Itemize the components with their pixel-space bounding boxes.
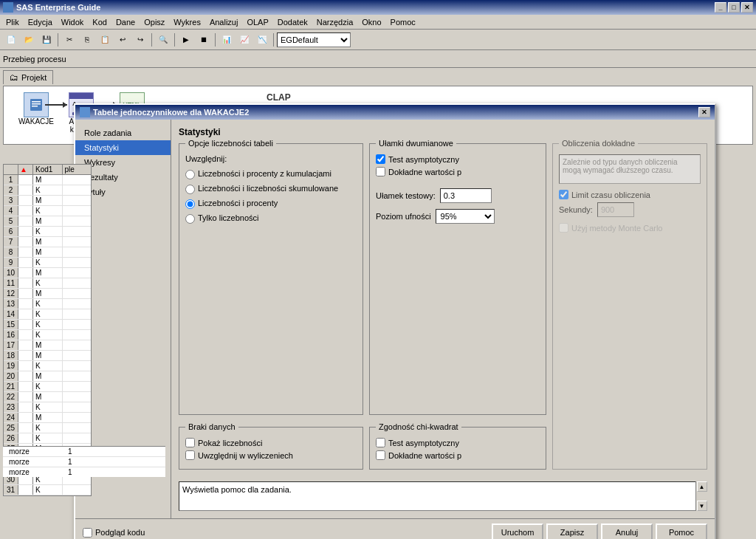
tb-btn4[interactable]: 📈 <box>236 32 252 48</box>
row-num: 4 <box>4 206 18 216</box>
pomoc-button[interactable]: Pomoc <box>656 523 707 539</box>
tb-open-btn[interactable]: 📂 <box>21 32 37 48</box>
ulamki-asympt-label: Test asymptotyczny <box>388 155 459 164</box>
zapisz-button[interactable]: Zapisz <box>546 523 598 539</box>
wf-wakacje[interactable]: WAKACJE <box>18 92 54 126</box>
row-col1: M <box>33 340 63 350</box>
limit-input[interactable] <box>559 190 568 199</box>
radio-skumulowane[interactable]: Liczebności i liczebności skumulowane <box>185 184 357 194</box>
tb-paste-btn[interactable]: 📋 <box>97 32 113 48</box>
menu-analizuj[interactable]: Analizuj <box>205 16 243 28</box>
obliczenia-note-text: Zależnie od typu danych obliczenia mogą … <box>563 158 678 174</box>
ulamek-input[interactable] <box>440 188 492 203</box>
scroll-up-btn[interactable]: ▲ <box>697 481 707 492</box>
radio-kumulacje[interactable]: Liczebności i procenty z kumulacjami <box>185 169 357 179</box>
maximize-btn[interactable]: □ <box>728 2 740 13</box>
zgodnosc-dokladne[interactable]: Dokładne wartości p <box>376 450 540 460</box>
row-col2 <box>63 175 92 185</box>
menu-widok[interactable]: Widok <box>57 16 89 28</box>
row-indicator <box>18 299 33 309</box>
ulamki-asympt[interactable]: Test asymptotyczny <box>376 154 540 164</box>
monte-carlo-checkbox[interactable]: Użyj metody Monte Carlo <box>559 223 701 233</box>
menu-dane[interactable]: Dane <box>111 16 140 28</box>
row-num: 1 <box>4 175 18 185</box>
anuluj-button[interactable]: Anuluj <box>601 523 653 539</box>
podglad-checkbox[interactable]: Podgląd kodu <box>83 528 145 538</box>
tb-undo-btn[interactable]: ↩ <box>114 32 131 48</box>
dialog-titlebar: Tabele jednoczynnikowe dla WAKACJE2 ✕ <box>75 105 715 120</box>
zgodnosc-asympt[interactable]: Test asymptotyczny <box>376 438 540 447</box>
egdefault-select[interactable]: EGDefault <box>277 32 351 47</box>
scroll-down-btn[interactable]: ▼ <box>697 501 707 511</box>
row-indicator <box>18 371 33 381</box>
menu-okno[interactable]: Okno <box>357 16 385 28</box>
wf-wakacje-label: WAKACJE <box>18 117 54 126</box>
title-bar-controls: _ □ ✕ <box>715 2 753 13</box>
menu-olap[interactable]: OLAP <box>242 16 272 28</box>
braki-uwzgledniij-input[interactable] <box>185 450 195 460</box>
project-tab[interactable]: 🗂 Projekt <box>3 70 53 84</box>
podglad-input[interactable] <box>83 528 92 538</box>
radio-procenty[interactable]: Liczebności i procenty <box>185 199 357 209</box>
zgodnosc-dokladne-input[interactable] <box>376 450 385 460</box>
menu-kod[interactable]: Kod <box>88 16 111 28</box>
limit-checkbox[interactable]: Limit czasu obliczenia <box>559 190 701 199</box>
tb-save-btn[interactable]: 💾 <box>38 32 55 48</box>
braki-uwzgledniij[interactable]: Uwzględnij w wyliczeniech <box>185 450 357 460</box>
limit-label: Limit czasu obliczenia <box>571 190 650 199</box>
section-title: Statystyki <box>179 127 707 137</box>
menu-opisz[interactable]: Opisz <box>140 16 169 28</box>
ulamki-dokladne[interactable]: Dokładne wartości p <box>376 167 540 176</box>
radio-skumulowane-input[interactable] <box>185 185 195 194</box>
radio-tylko-input[interactable] <box>185 214 195 224</box>
tb-redo-btn[interactable]: ↪ <box>132 32 148 48</box>
row-indicator <box>18 433 33 443</box>
menu-edycja[interactable]: Edycja <box>24 16 57 28</box>
dialog-close-button[interactable]: ✕ <box>698 107 710 117</box>
radio-tylko[interactable]: Tylko liczebności <box>185 213 357 224</box>
row-num: 31 <box>4 485 18 495</box>
action-buttons: Uruchom Zapisz Anuluj Pomoc <box>492 523 707 539</box>
tb-btn1[interactable]: ▶ <box>178 32 194 48</box>
row-col1: K <box>33 330 63 340</box>
tb-btn3[interactable]: 📊 <box>219 32 235 48</box>
menu-wykres[interactable]: Wykres <box>169 16 205 28</box>
zgodnosc-title: Zgodność chi-kwadrat <box>376 422 461 431</box>
braki-pokaz-input[interactable] <box>185 438 195 447</box>
minimize-btn[interactable]: _ <box>715 2 726 13</box>
nav-item-statystyki[interactable]: Statystyki <box>75 140 171 155</box>
row-indicator <box>18 237 33 247</box>
braki-pokaz[interactable]: Pokaż liczebności <box>185 438 357 447</box>
sekundy-input[interactable] <box>597 202 634 217</box>
row-indicator <box>18 392 33 402</box>
tb-copy-btn[interactable]: ⎘ <box>79 32 95 48</box>
help-scrollbar[interactable]: ▲ ▼ <box>695 481 707 511</box>
tb-btn5[interactable]: 📉 <box>254 32 270 48</box>
menu-plik[interactable]: Plik <box>1 16 24 28</box>
menu-narzedzia[interactable]: Narzędzia <box>312 16 358 28</box>
bottom-cell-val3: 1 <box>62 467 106 477</box>
tb-cut-btn[interactable]: ✂ <box>61 32 78 48</box>
uruchom-button[interactable]: Uruchom <box>492 523 543 539</box>
table-row: 8 M <box>4 247 91 258</box>
ulamki-asympt-input[interactable] <box>376 154 385 164</box>
app-icon <box>3 2 13 13</box>
monte-carlo-input[interactable] <box>559 223 568 233</box>
zgodnosc-asympt-input[interactable] <box>376 438 385 447</box>
row-num: 10 <box>4 268 18 278</box>
row-col1: M <box>33 392 63 402</box>
menu-dodatek[interactable]: Dodatek <box>273 16 312 28</box>
ulamki-dokladne-input[interactable] <box>376 167 385 176</box>
radio-procenty-input[interactable] <box>185 199 195 209</box>
nav-item-role[interactable]: Role zadania <box>75 126 171 140</box>
row-col2 <box>63 351 92 360</box>
tb-search-btn[interactable]: 🔍 <box>155 32 171 48</box>
close-btn[interactable]: ✕ <box>741 2 753 13</box>
radio-kumulacje-input[interactable] <box>185 170 195 179</box>
tb-new-btn[interactable]: 📄 <box>3 32 19 48</box>
row-col2 <box>63 485 92 495</box>
poziom-select[interactable]: 95% 90% 99% <box>436 209 495 224</box>
menu-pomoc[interactable]: Pomoc <box>386 16 420 28</box>
obliczenia-note: Zależnie od typu danych obliczenia mogą … <box>559 154 701 184</box>
tb-btn2[interactable]: ⏹ <box>196 32 212 48</box>
